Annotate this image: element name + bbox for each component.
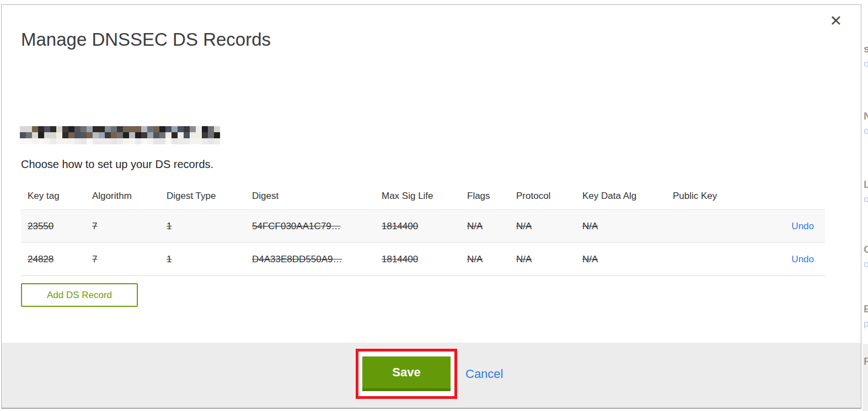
background-page-fragment: C xyxy=(864,244,868,256)
background-page-fragment: o xyxy=(864,259,868,270)
column-header-key-tag: Key tag xyxy=(21,191,85,202)
background-page-fragment: o xyxy=(864,194,868,205)
cell-digest_type: 1 xyxy=(160,221,245,232)
redacted-domain xyxy=(20,126,220,144)
table-header-row: Key tagAlgorithmDigest TypeDigestMax Sig… xyxy=(21,182,825,209)
cell-flags: N/A xyxy=(460,254,510,265)
background-page-strip: soNoLoCoEpP xyxy=(862,0,868,411)
background-page-footer xyxy=(862,344,868,411)
cell-protocol: N/A xyxy=(510,254,576,265)
background-page-fragment: E xyxy=(864,303,868,315)
column-header-max-sig-life: Max Sig Life xyxy=(375,191,460,202)
cell-key_tag: 23550 xyxy=(21,221,85,232)
undo-link[interactable]: Undo xyxy=(791,221,814,231)
cell-algorithm: 7 xyxy=(85,221,160,232)
cell-action: Undo xyxy=(749,221,825,232)
background-page-fragment: N xyxy=(864,110,868,122)
column-header-protocol: Protocol xyxy=(510,191,576,202)
cell-digest: D4A33E8DD550A9… xyxy=(245,254,375,265)
cell-digest_type: 1 xyxy=(160,254,245,265)
column-header-public-key: Public Key xyxy=(666,191,749,202)
page-title: Manage DNSSEC DS Records xyxy=(21,29,271,50)
column-header-digest: Digest xyxy=(245,191,375,202)
table-row: 2482871D4A33E8DD550A9…1814400N/AN/AN/AUn… xyxy=(21,242,825,275)
background-page-fragment: p xyxy=(864,318,868,329)
background-page-fragment: o xyxy=(864,58,868,69)
column-header-flags: Flags xyxy=(460,191,510,202)
table-body: 235507154FCF030AA1C79…1814400N/AN/AN/AUn… xyxy=(21,209,825,276)
cell-max_sig_life: 1814400 xyxy=(375,254,460,265)
add-ds-record-button[interactable]: Add DS Record xyxy=(21,283,138,307)
dialog-footer: Save Cancel xyxy=(2,343,861,408)
column-header-key-data-alg: Key Data Alg xyxy=(576,191,666,202)
background-page-fragment: L xyxy=(864,179,868,191)
column-header-digest-type: Digest Type xyxy=(160,191,245,202)
cell-flags: N/A xyxy=(460,221,510,232)
undo-link[interactable]: Undo xyxy=(791,254,814,264)
cell-key_tag: 24828 xyxy=(21,254,85,265)
close-icon[interactable]: ✕ xyxy=(829,14,842,29)
cancel-link[interactable]: Cancel xyxy=(465,367,503,381)
instruction-text: Choose how to set up your DS records. xyxy=(21,158,213,171)
cell-digest: 54FCF030AA1C79… xyxy=(245,221,375,232)
annotation-highlight-box: Save xyxy=(356,349,457,399)
ds-records-table: Key tagAlgorithmDigest TypeDigestMax Sig… xyxy=(21,182,825,276)
footer-controls: Save Cancel xyxy=(356,349,503,399)
save-button[interactable]: Save xyxy=(362,356,451,391)
background-page-fragment: s xyxy=(864,43,868,55)
cell-algorithm: 7 xyxy=(85,254,160,265)
cell-key_data_alg: N/A xyxy=(576,221,666,232)
manage-dnssec-dialog: Manage DNSSEC DS Records ✕ Choose how to… xyxy=(1,4,861,409)
cell-max_sig_life: 1814400 xyxy=(375,221,460,232)
table-row: 235507154FCF030AA1C79…1814400N/AN/AN/AUn… xyxy=(21,209,825,242)
cell-key_data_alg: N/A xyxy=(576,254,666,265)
cell-action: Undo xyxy=(749,254,825,265)
cell-protocol: N/A xyxy=(510,221,576,232)
column-header-algorithm: Algorithm xyxy=(85,191,160,202)
background-page-fragment: P xyxy=(864,355,868,367)
background-page-fragment: o xyxy=(864,126,868,137)
